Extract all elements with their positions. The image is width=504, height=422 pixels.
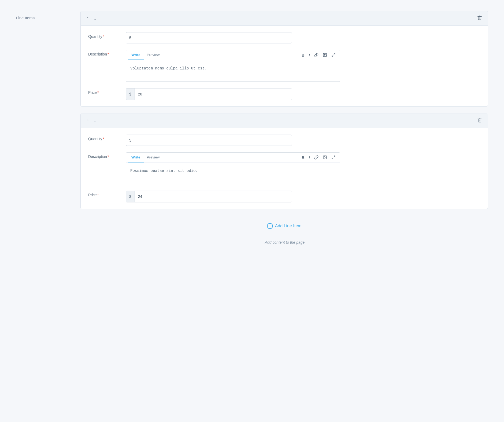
main-content: ↑ ↓ Quantity* — [80, 11, 488, 247]
sidebar-label: Line Items — [16, 11, 70, 247]
line-item-card-2: ↑ ↓ Quantity* — [80, 113, 488, 209]
editor-toolbar-2: Write Preview B I — [126, 153, 340, 162]
quantity-field-row-1: Quantity* — [88, 32, 480, 43]
price-input-container-2: $ — [126, 191, 292, 202]
description-input-wrap-2: Write Preview B I — [126, 152, 480, 184]
italic-button-1[interactable]: I — [307, 51, 312, 59]
price-required-2: * — [97, 193, 99, 197]
editor-toolbar-1: Write Preview B I — [126, 50, 340, 60]
price-prefix-2: $ — [126, 191, 135, 202]
quantity-field-row-2: Quantity* — [88, 135, 480, 146]
svg-point-5 — [324, 157, 325, 157]
description-required-1: * — [108, 52, 109, 56]
plus-circle-icon: + — [267, 223, 273, 229]
toolbar-arrows-1: ↑ ↓ — [86, 15, 97, 21]
write-tab-2[interactable]: Write — [128, 153, 144, 162]
link-button-2[interactable] — [312, 154, 321, 161]
card-body-1: Quantity* Description* Write — [81, 26, 488, 106]
description-field-row-1: Description* Write Preview B I — [88, 50, 480, 82]
price-input-container-1: $ — [126, 88, 292, 100]
quantity-input-1[interactable] — [126, 32, 292, 43]
move-up-button-1[interactable]: ↑ — [86, 15, 90, 21]
price-field-row-2: Price* $ — [88, 191, 480, 202]
quantity-input-wrap-2 — [126, 135, 480, 146]
price-label-1: Price* — [88, 88, 120, 95]
svg-line-2 — [334, 53, 335, 55]
preview-tab-2[interactable]: Preview — [144, 153, 163, 162]
markdown-editor-2: Write Preview B I — [126, 152, 340, 184]
image-button-1[interactable] — [321, 51, 329, 59]
markdown-editor-1: Write Preview B I — [126, 50, 340, 82]
italic-button-2[interactable]: I — [307, 154, 312, 161]
delete-button-1[interactable] — [476, 14, 483, 22]
price-input-wrap-2: $ — [126, 191, 480, 202]
expand-button-1[interactable] — [329, 51, 338, 59]
price-field-row-1: Price* $ — [88, 88, 480, 100]
description-content-1[interactable]: Voluptatem nemo culpa illo ut est. — [126, 60, 340, 82]
bottom-section: + Add Line Item Add content to the page — [80, 216, 488, 247]
price-required-1: * — [97, 90, 99, 95]
description-label-2: Description* — [88, 152, 120, 159]
move-up-button-2[interactable]: ↑ — [86, 118, 90, 124]
svg-line-7 — [332, 158, 333, 159]
description-input-wrap-1: Write Preview B I — [126, 50, 480, 82]
link-button-1[interactable] — [312, 51, 321, 59]
price-input-1[interactable] — [135, 88, 292, 100]
card-toolbar-1: ↑ ↓ — [81, 11, 488, 26]
quantity-label-1: Quantity* — [88, 32, 120, 39]
description-field-row-2: Description* Write Preview B I — [88, 152, 480, 184]
bold-button-2[interactable]: B — [299, 154, 307, 161]
write-tab-1[interactable]: Write — [128, 50, 144, 60]
delete-button-2[interactable] — [476, 117, 483, 125]
move-down-button-1[interactable]: ↓ — [93, 15, 97, 21]
quantity-required-2: * — [103, 137, 104, 141]
bold-button-1[interactable]: B — [299, 51, 307, 59]
description-required-2: * — [108, 154, 109, 159]
quantity-label-2: Quantity* — [88, 135, 120, 141]
description-label-1: Description* — [88, 50, 120, 56]
quantity-input-wrap-1 — [126, 32, 480, 43]
line-item-card-1: ↑ ↓ Quantity* — [80, 11, 488, 107]
svg-line-6 — [334, 156, 335, 157]
add-line-item-button[interactable]: + Add Line Item — [263, 220, 306, 232]
card-body-2: Quantity* Description* Write — [81, 128, 488, 209]
price-input-2[interactable] — [135, 191, 292, 202]
toolbar-arrows-2: ↑ ↓ — [86, 118, 97, 124]
page-container: Line Items ↑ ↓ Quantity* — [0, 0, 504, 258]
card-toolbar-2: ↑ ↓ — [81, 113, 488, 128]
add-content-label: Add content to the page — [264, 240, 305, 245]
price-input-wrap-1: $ — [126, 88, 480, 100]
expand-button-2[interactable] — [329, 154, 338, 161]
image-button-2[interactable] — [321, 154, 329, 161]
quantity-input-2[interactable] — [126, 135, 292, 146]
quantity-required-1: * — [103, 34, 104, 39]
preview-tab-1[interactable]: Preview — [144, 50, 163, 60]
svg-point-1 — [324, 54, 325, 55]
price-prefix-1: $ — [126, 88, 135, 100]
svg-line-3 — [332, 55, 333, 57]
add-line-item-label: Add Line Item — [275, 224, 302, 228]
price-label-2: Price* — [88, 191, 120, 197]
move-down-button-2[interactable]: ↓ — [93, 118, 97, 124]
description-content-2[interactable]: Possimus beatae sint sit odio. — [126, 162, 340, 184]
